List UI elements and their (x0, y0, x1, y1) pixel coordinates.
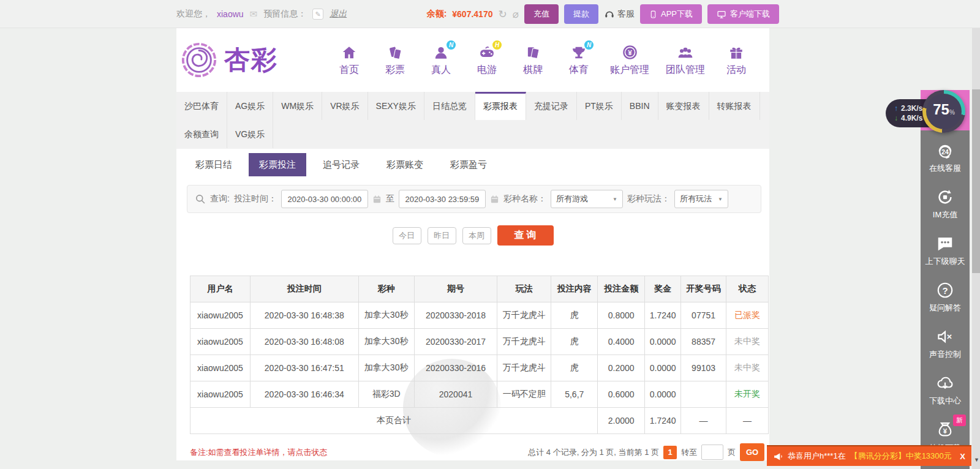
pagination: 总计 4 个记录, 分为 1 页, 当前第 1 页 1 转至 页 GO (528, 443, 764, 461)
subtab-chase-records[interactable]: 追号记录 (312, 153, 370, 176)
cloud-download-icon (935, 374, 955, 392)
welcome-text: 欢迎您， (176, 9, 211, 20)
subtab-lottery-daily[interactable]: 彩票日结 (185, 153, 243, 176)
tab-saba-sports[interactable]: 沙巴体育 (176, 92, 227, 120)
main-content: 杏彩 首页 彩票 N 真人 H (176, 28, 769, 460)
table-row: xiaowu2005 2020-03-30 16:46:34 福彩3D 2020… (190, 381, 769, 408)
progress-gauge[interactable]: 75 % (922, 90, 965, 133)
nav-item-cards[interactable]: 棋牌 (518, 44, 548, 77)
headset-icon (604, 9, 615, 20)
current-page-button[interactable]: 1 (663, 446, 677, 459)
recharge-button[interactable]: 充值 (524, 4, 559, 24)
nav-item-egames[interactable]: H 电游 (472, 44, 502, 77)
today-button[interactable]: 今日 (393, 227, 421, 244)
nav-item-live[interactable]: N 真人 (426, 44, 456, 77)
nav-item-sports[interactable]: N 体育 (564, 44, 594, 77)
headset-24-icon: 24 (936, 141, 954, 160)
nav-item-home[interactable]: 首页 (334, 44, 364, 77)
table-header-row: 用户名 投注时间 彩种 期号 玩法 投注内容 投注金额 奖金 开奖号码 状态 (190, 276, 769, 302)
tab-balance-query[interactable]: 余额查询 (176, 120, 227, 148)
hide-balance-icon[interactable]: ⌀ (513, 8, 519, 21)
this-week-button[interactable]: 本周 (462, 227, 491, 244)
bet-time-from-input[interactable] (281, 190, 368, 208)
sidebar-item-faq[interactable]: ? 疑问解答 (921, 274, 970, 320)
status-link[interactable]: 已派奖 (726, 302, 769, 329)
game-select[interactable]: 所有游戏 ▼ (551, 190, 623, 208)
query-button[interactable]: 查 询 (497, 225, 554, 246)
download-arrow-icon: ↓ (894, 114, 898, 122)
subtab-lottery-bets[interactable]: 彩票投注 (249, 153, 306, 176)
scroll-down-icon[interactable]: ▼ (974, 457, 979, 463)
status-link[interactable]: 未开奖 (726, 381, 769, 408)
scrollbar-thumb[interactable] (972, 89, 980, 273)
sidebar-item-sound[interactable]: ✕ 声音控制 (921, 320, 970, 367)
trophy-icon: N (570, 44, 588, 61)
sidebar-item-download-center[interactable]: 下载中心 (921, 367, 970, 413)
balance-value: ¥607.4170 (452, 9, 492, 19)
client-download-button[interactable]: 客户端下载 (707, 4, 779, 24)
upload-speed: 2.3K/s (901, 104, 922, 113)
service-label: 客服 (617, 9, 635, 20)
nav-item-promotions[interactable]: 活动 (722, 44, 751, 77)
close-icon[interactable]: X (960, 452, 965, 461)
mail-icon[interactable]: ✉ (250, 9, 258, 20)
sidebar-item-im-recharge[interactable]: IM充值 (921, 181, 970, 227)
mute-speaker-icon: ✕ (936, 328, 954, 346)
svg-text:✕: ✕ (946, 333, 952, 340)
svg-text:?: ? (942, 285, 948, 295)
table-row: xiaowu2005 2020-03-30 16:47:51 加拿大30秒 20… (190, 355, 769, 381)
calendar-icon[interactable] (490, 195, 499, 204)
tab-sexy[interactable]: SEXY娱乐 (368, 92, 424, 120)
game-name-label: 彩种名称： (503, 193, 546, 204)
chevron-down-icon: ▼ (718, 197, 723, 202)
yesterday-button[interactable]: 昨日 (428, 227, 456, 244)
tab-vr[interactable]: VR娱乐 (322, 92, 368, 120)
action-row: 今日 昨日 本周 查 询 (176, 225, 769, 246)
records-summary: 总计 4 个记录, 分为 1 页, 当前第 1 页 (528, 447, 659, 458)
tab-account-change-report[interactable]: 账变报表 (658, 92, 709, 120)
withdraw-button[interactable]: 提款 (564, 4, 598, 24)
nav-item-account-manage[interactable]: ¥ 账户管理 (610, 44, 649, 77)
sidebar-item-online-service[interactable]: 24 在线客服 (921, 134, 970, 181)
team-icon (676, 44, 695, 61)
nav-item-team-manage[interactable]: 团队管理 (666, 44, 705, 77)
play-type-label: 彩种玩法： (627, 193, 670, 204)
goto-page-input[interactable] (701, 445, 723, 460)
reserved-info-label: 预留信息： (263, 9, 306, 20)
tab-daily-summary[interactable]: 日结总览 (424, 92, 475, 120)
tab-lottery-report[interactable]: 彩票报表 (475, 92, 526, 120)
site-logo[interactable]: 杏彩 (180, 41, 278, 79)
table-row: xiaowu2005 2020-03-30 16:48:38 加拿大30秒 20… (190, 302, 769, 329)
tab-transfer-report[interactable]: 转账报表 (709, 92, 760, 120)
bet-time-to-input[interactable] (399, 190, 486, 208)
scrollbar-track[interactable]: ▼ (972, 28, 980, 469)
bet-time-label: 投注时间： (234, 193, 277, 204)
app-download-button[interactable]: APP下载 (640, 4, 702, 24)
marquee-highlight: 【腾讯分分彩】中奖13300元 (850, 451, 952, 462)
edit-icon[interactable]: ✎ (312, 9, 323, 20)
status-link[interactable]: 未中奖 (726, 355, 769, 381)
tab-ag[interactable]: AG娱乐 (227, 92, 273, 120)
go-button[interactable]: GO (740, 443, 764, 461)
goto-label: 转至 (681, 447, 697, 458)
refresh-balance-icon[interactable]: ↻ (498, 8, 507, 21)
status-link[interactable]: 未中奖 (726, 329, 769, 355)
nav-item-lottery[interactable]: 彩票 (380, 44, 410, 77)
tab-deposit-withdraw-record[interactable]: 充提记录 (526, 92, 577, 120)
logout-link[interactable]: 退出 (330, 9, 347, 20)
subtab-lottery-profit[interactable]: 彩票盈亏 (440, 153, 497, 176)
home-icon (340, 44, 358, 61)
ticket-icon (386, 44, 404, 61)
tab-wm[interactable]: WM娱乐 (273, 92, 322, 120)
calendar-icon[interactable] (372, 195, 382, 204)
tab-bbin[interactable]: BBIN (622, 92, 658, 120)
play-type-select[interactable]: 所有玩法 ▼ (674, 190, 728, 208)
winner-marquee: 恭喜用户h***1在 【腾讯分分彩】中奖13300元 X (767, 445, 971, 466)
customer-service-link[interactable]: 客服 (604, 9, 635, 20)
username: xiaowu (217, 9, 244, 19)
to-label: 至 (386, 193, 394, 204)
tab-vg[interactable]: VG娱乐 (227, 120, 273, 148)
sidebar-item-chat[interactable]: 上下级聊天 (921, 227, 970, 274)
tab-pt[interactable]: PT娱乐 (577, 92, 622, 120)
subtab-lottery-account-change[interactable]: 彩票账变 (376, 153, 434, 176)
